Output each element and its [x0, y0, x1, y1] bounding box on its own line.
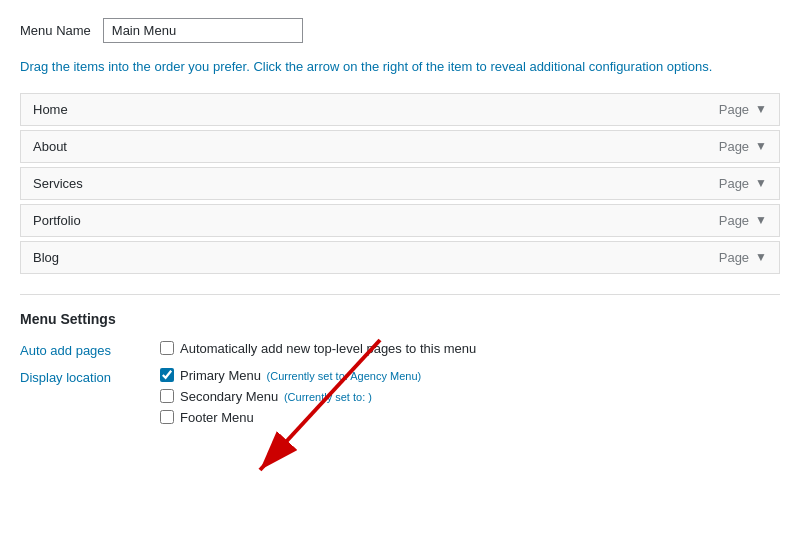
menu-item-type: Page [719, 102, 749, 117]
menu-item-type: Page [719, 250, 749, 265]
instructions-text: Drag the items into the order you prefer… [20, 57, 780, 77]
menu-item[interactable]: Portfolio Page ▼ [20, 204, 780, 237]
auto-add-label: Auto add pages [20, 341, 160, 358]
menu-item-type: Page [719, 213, 749, 228]
chevron-down-icon[interactable]: ▼ [755, 176, 767, 190]
menu-name-label: Menu Name [20, 23, 91, 38]
menu-items-container: Home Page ▼ About Page ▼ Services Page ▼… [20, 93, 780, 274]
menu-settings-title: Menu Settings [20, 311, 780, 327]
menu-settings: Menu Settings Auto add pages Automatical… [20, 311, 780, 425]
location-checkbox-row: Footer Menu [160, 410, 421, 425]
location-label[interactable]: Primary Menu (Currently set to: Agency M… [180, 368, 421, 383]
menu-item[interactable]: Home Page ▼ [20, 93, 780, 126]
chevron-down-icon[interactable]: ▼ [755, 250, 767, 264]
auto-add-checkbox-label[interactable]: Automatically add new top-level pages to… [180, 341, 476, 356]
menu-name-input[interactable] [103, 18, 303, 43]
menu-item-right: Page ▼ [719, 176, 767, 191]
location-checkbox[interactable] [160, 368, 174, 382]
location-checkbox-row: Primary Menu (Currently set to: Agency M… [160, 368, 421, 383]
chevron-down-icon[interactable]: ▼ [755, 139, 767, 153]
chevron-down-icon[interactable]: ▼ [755, 213, 767, 227]
menu-item-type: Page [719, 139, 749, 154]
menu-item-label: Services [33, 176, 83, 191]
menu-name-row: Menu Name [20, 18, 780, 43]
auto-add-content: Automatically add new top-level pages to… [160, 341, 476, 356]
display-location-content: Primary Menu (Currently set to: Agency M… [160, 368, 421, 425]
location-checkbox[interactable] [160, 410, 174, 424]
location-note: (Currently set to: ) [284, 391, 372, 403]
location-note: (Currently set to: Agency Menu) [267, 370, 422, 382]
menu-item-label: Blog [33, 250, 59, 265]
menu-item-type: Page [719, 176, 749, 191]
auto-add-checkbox-row: Automatically add new top-level pages to… [160, 341, 476, 356]
menu-item[interactable]: Blog Page ▼ [20, 241, 780, 274]
location-checkbox-row: Secondary Menu (Currently set to: ) [160, 389, 421, 404]
menu-item-right: Page ▼ [719, 139, 767, 154]
menu-item[interactable]: About Page ▼ [20, 130, 780, 163]
location-checkbox[interactable] [160, 389, 174, 403]
menu-item[interactable]: Services Page ▼ [20, 167, 780, 200]
display-location-row: Display location Primary Menu (Currently… [20, 368, 780, 425]
menu-item-right: Page ▼ [719, 250, 767, 265]
divider [20, 294, 780, 295]
chevron-down-icon[interactable]: ▼ [755, 102, 767, 116]
page-wrapper: Menu Name Drag the items into the order … [0, 0, 800, 548]
auto-add-row: Auto add pages Automatically add new top… [20, 341, 780, 358]
location-label[interactable]: Footer Menu [180, 410, 254, 425]
auto-add-checkbox[interactable] [160, 341, 174, 355]
display-location-label: Display location [20, 368, 160, 385]
location-label[interactable]: Secondary Menu (Currently set to: ) [180, 389, 372, 404]
menu-item-label: About [33, 139, 67, 154]
menu-item-label: Portfolio [33, 213, 81, 228]
menu-item-right: Page ▼ [719, 213, 767, 228]
menu-item-label: Home [33, 102, 68, 117]
menu-item-right: Page ▼ [719, 102, 767, 117]
